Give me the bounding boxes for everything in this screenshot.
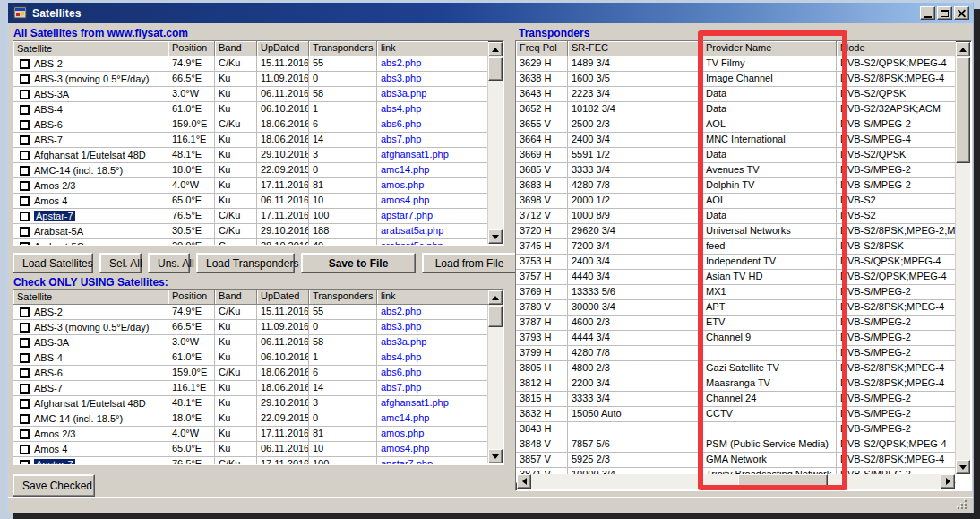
satellite-checkbox[interactable] — [20, 399, 30, 409]
satellite-link[interactable]: abs4.php — [381, 103, 421, 114]
satellite-link[interactable]: abs3a.php — [381, 88, 426, 99]
save-to-file-button[interactable]: Save to File — [301, 253, 416, 273]
satellite-row[interactable]: ABS-6159.0°EC/Ku18.06.20166abs6.php — [13, 366, 488, 381]
transponder-row[interactable]: 3655 V2500 2/3AOLDVB-S/MPEG-2 — [516, 117, 956, 133]
satellite-row[interactable]: AMC-14 (incl. 18.5°)18.0°EKu22.09.20150a… — [13, 411, 488, 427]
column-header-provider-name[interactable]: Provider Name — [702, 41, 837, 56]
satellite-row[interactable]: Arabsat-5C20.0°EC28.10.201649arabsat5c.p… — [13, 239, 488, 246]
transponder-row[interactable]: 3629 H1489 3/4TV FilmyDVB-S2/QPSK;MPEG-4 — [516, 56, 956, 72]
column-header-band[interactable]: Band — [215, 41, 257, 56]
satellite-link[interactable]: abs7.php — [381, 134, 421, 144]
transponder-row[interactable]: 3857 V5925 2/3GMA NetworkDVB-S2/8PSK;MPE… — [516, 453, 956, 468]
transponder-row[interactable]: 3848 V7857 5/6PSM (Public Service Media)… — [516, 437, 956, 453]
scrollbar-thumb[interactable] — [488, 57, 503, 81]
satellite-checkbox[interactable] — [20, 74, 30, 84]
scrollbar-thumb[interactable] — [488, 306, 503, 327]
load-transponders-button[interactable]: Load Transponders — [196, 253, 295, 273]
transponder-row[interactable]: 3780 V30000 3/4APTDVB-S2/8PSK;MPEG-4 — [516, 300, 956, 316]
transponder-row[interactable]: 3745 H7200 3/4feedDVB-S2/8PSK — [516, 239, 956, 255]
transponder-row[interactable]: 3793 H4444 3/4Channel 9DVB-S/MPEG-2 — [516, 331, 956, 346]
satellite-row[interactable]: Apstar-776.5°EC/Ku17.11.2016100apstar7.p… — [13, 457, 488, 465]
transponder-row[interactable]: 3815 H3333 3/4Channel 24DVB-S/MPEG-2 — [516, 392, 956, 407]
column-header-satellite[interactable]: Satellite — [13, 290, 168, 305]
horizontal-scrollbar[interactable] — [517, 474, 955, 489]
satellite-link[interactable]: amos4.php — [381, 195, 429, 205]
satellite-checkbox[interactable] — [20, 445, 30, 454]
satellite-checkbox[interactable] — [20, 105, 30, 115]
scroll-up-button[interactable] — [488, 290, 503, 305]
transponder-row[interactable]: 3832 H15050 AutoCCTVDVB-S/MPEG-2 — [516, 407, 956, 422]
load-from-file-button[interactable]: Load from File — [422, 253, 517, 273]
transponder-row[interactable]: 3769 H13333 5/6MX1DVB-S/MPEG-2 — [516, 285, 956, 300]
scroll-up-button[interactable] — [956, 42, 970, 56]
load-satellites-button[interactable]: Load Satellites — [13, 253, 93, 273]
transponder-row[interactable]: 3669 H5591 1/2DataDVB-S2/QPSK — [516, 148, 956, 163]
select-all-button[interactable]: Sel. All — [99, 253, 142, 273]
satellite-checkbox[interactable] — [20, 59, 30, 69]
satellite-checkbox[interactable] — [20, 90, 30, 99]
scroll-up-button[interactable] — [488, 42, 503, 56]
satellite-row[interactable]: Apstar-776.5°EC/Ku17.11.2016100apstar7.p… — [13, 209, 488, 224]
satellite-link[interactable]: abs3.php — [381, 321, 421, 332]
column-header-link[interactable]: link — [377, 290, 488, 305]
save-checked-button[interactable]: Save Checked — [13, 474, 95, 497]
satellite-row[interactable]: ABS-461.0°EKu06.10.20161abs4.php — [13, 102, 488, 117]
satellite-checkbox[interactable] — [20, 414, 30, 424]
satellite-link[interactable]: abs6.php — [381, 367, 421, 377]
satellite-checkbox[interactable] — [20, 353, 30, 363]
satellite-link[interactable]: amos.php — [381, 428, 424, 438]
satellite-row[interactable]: ABS-3A3.0°WKu06.11.201658abs3a.php — [13, 335, 488, 350]
satellite-link[interactable]: abs7.php — [381, 382, 421, 393]
satellite-checkbox[interactable] — [20, 323, 30, 333]
satellite-checkbox[interactable] — [20, 307, 30, 317]
satellite-checkbox[interactable] — [20, 212, 30, 221]
column-header-satellite[interactable]: Satellite — [13, 41, 168, 56]
transponder-row[interactable]: 3698 V2000 1/2AOLDVB-S2 — [516, 194, 956, 209]
column-header-transponders[interactable]: Transponders — [309, 290, 377, 305]
satellite-checkbox[interactable] — [20, 242, 30, 247]
resize-grip[interactable] — [956, 498, 967, 510]
column-header-position[interactable]: Position — [168, 290, 215, 305]
transponder-row[interactable]: 3643 H2223 3/4DataDVB-S2/QPSK — [516, 87, 956, 102]
satellite-link[interactable]: abs3a.php — [381, 336, 426, 347]
minimize-button[interactable] — [920, 6, 935, 20]
column-header-updated[interactable]: UpDated — [257, 41, 309, 56]
transponder-row[interactable]: 3683 H4280 7/8Dolphin TVDVB-S/MPEG-2 — [516, 178, 956, 194]
column-header-transponders[interactable]: Transponders — [309, 41, 377, 56]
transponder-row[interactable]: 3843 HDVB-S/MPEG-2 — [516, 422, 956, 437]
satellite-row[interactable]: ABS-6159.0°EC/Ku18.06.20166abs6.php — [13, 117, 488, 133]
satellite-link[interactable]: abs3.php — [381, 73, 421, 83]
satellite-link[interactable]: arabsat5a.php — [381, 225, 443, 236]
satellite-link[interactable]: afghansat1.php — [381, 149, 449, 160]
satellite-link[interactable]: abs6.php — [381, 118, 421, 129]
satellite-row[interactable]: Afghansat 1/Eutelsat 48D48.1°EKu29.10.20… — [13, 148, 488, 163]
satellite-row[interactable]: ABS-461.0°EKu06.10.20161abs4.php — [13, 350, 488, 366]
satellite-link[interactable]: amos.php — [381, 179, 424, 190]
satellite-row[interactable]: Amos 465.0°EKu06.11.201610amos4.php — [13, 442, 488, 457]
close-button[interactable] — [954, 6, 969, 20]
satellite-checkbox[interactable] — [20, 338, 30, 348]
satellite-row[interactable]: Amos 465.0°EKu06.11.201610amos4.php — [13, 194, 488, 209]
satellite-row[interactable]: Afghansat 1/Eutelsat 48D48.1°EKu29.10.20… — [13, 396, 488, 411]
scroll-down-button[interactable] — [488, 229, 503, 244]
transponder-row[interactable]: 3753 H2400 3/4Independent TVDVB-S/QPSK;M… — [516, 255, 956, 270]
titlebar[interactable]: Satellites — [8, 3, 973, 23]
satellite-link[interactable]: amc14.php — [381, 164, 429, 175]
satellite-checkbox[interactable] — [20, 429, 30, 439]
column-header-updated[interactable]: UpDated — [257, 290, 309, 305]
satellite-checkbox[interactable] — [20, 120, 30, 130]
satellite-row[interactable]: ABS-3 (moving 0.5°E/day)66.5°EKu11.09.20… — [13, 320, 488, 335]
scroll-down-button[interactable] — [488, 449, 503, 463]
unselect-all-button[interactable]: Uns. All — [148, 253, 190, 273]
transponder-row[interactable]: 3638 H1600 3/5Image ChannelDVB-S2/8PSK;M… — [516, 72, 956, 87]
scroll-right-button[interactable] — [941, 474, 955, 489]
scrollbar-thumb[interactable] — [738, 474, 828, 489]
transponder-row[interactable]: 3712 V1000 8/9DataDVB-S2 — [516, 209, 956, 224]
satellite-checkbox[interactable] — [20, 135, 30, 145]
transponder-row[interactable]: 3799 H4280 7/8DVB-S/MPEG-2 — [516, 346, 956, 361]
satellite-checkbox[interactable] — [20, 181, 30, 191]
satellite-link[interactable]: afghansat1.php — [381, 397, 449, 408]
satellite-checkbox[interactable] — [20, 384, 30, 394]
satellite-checkbox[interactable] — [20, 151, 30, 160]
satellite-link[interactable]: abs2.php — [381, 57, 421, 68]
